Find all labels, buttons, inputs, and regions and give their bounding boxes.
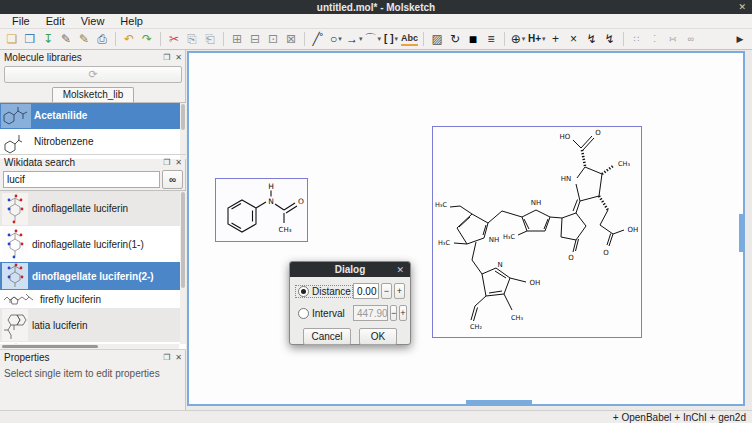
print-icon[interactable]: ⎙ [94, 30, 110, 48]
list-item-label: dinoflagellate luciferin(2-) [32, 271, 154, 282]
molecule-acetanilide[interactable]: H N O CH₃ [215, 178, 308, 246]
delete-tool-icon[interactable]: × [566, 30, 582, 48]
dropdown-arrow-icon[interactable]: ▾ [359, 35, 363, 43]
properties-title: Properties [4, 352, 158, 363]
toolbar-separator [623, 32, 624, 46]
close-panel-icon[interactable]: ✕ [175, 158, 182, 167]
toolbar-separator [115, 32, 116, 46]
dialog-title-bar[interactable]: Dialog ✕ [290, 262, 410, 277]
refresh-libraries-button[interactable]: ⟳ [4, 66, 182, 83]
line-width-icon[interactable]: ≡ [483, 30, 499, 48]
dropdown-arrow-icon[interactable]: ▾ [338, 35, 342, 43]
canvas-vertical-scrollbar[interactable] [739, 214, 743, 252]
interval-increment-button[interactable]: + [399, 305, 406, 321]
tab-molsketch-lib[interactable]: Molsketch_lib [52, 87, 135, 102]
save-icon[interactable]: ↧ [40, 30, 56, 48]
curved-arrow-tool-icon[interactable]: ⌒▾ [365, 30, 382, 48]
canvas-horizontal-scrollbar[interactable] [466, 400, 532, 404]
toolbar-separator [223, 32, 224, 46]
reaction-arrow-tool-icon[interactable]: ↯ [602, 30, 618, 48]
dropdown-arrow-icon[interactable]: ▾ [395, 35, 399, 43]
cancel-button[interactable]: Cancel [303, 328, 351, 345]
list-item-latia-luciferin[interactable]: latia luciferin [0, 308, 186, 342]
atom-label: O [568, 254, 574, 262]
molecule-libraries-panel: Molecule libraries ❐ ✕ ⟳ Molsketch_lib [0, 50, 186, 154]
dialog-close-icon[interactable]: ✕ [396, 265, 404, 275]
list-item-dinoflagellate-luciferin-2[interactable]: dinoflagellate luciferin(2-) [0, 262, 186, 290]
ring-tool-icon[interactable]: ○▾ [328, 30, 344, 48]
main-canvas[interactable]: H N O CH₃ [187, 51, 745, 406]
library-list: Acetanilide Nitrobenzene [0, 102, 186, 159]
interval-radio[interactable] [298, 308, 309, 319]
list-item-firefly-luciferin[interactable]: firefly luciferin [0, 290, 186, 308]
close-panel-icon[interactable]: ✕ [175, 53, 182, 62]
distance-radio[interactable] [298, 286, 309, 297]
draw-tool-icon[interactable]: ╱˚ [310, 30, 326, 48]
menu-file[interactable]: File [4, 14, 38, 29]
zoom-original-icon[interactable]: ⊡ [265, 30, 281, 48]
distribute-tool-icon[interactable]: ∞ [683, 30, 699, 48]
copy-icon[interactable]: ⎘ [184, 30, 200, 48]
distance-decrement-button[interactable]: − [381, 283, 392, 299]
zoom-in-icon[interactable]: ⊞ [229, 30, 245, 48]
zoom-fit-icon[interactable]: ⊠ [283, 30, 299, 48]
search-input[interactable] [3, 171, 160, 188]
molecule-thumbnail [1, 130, 31, 154]
list-item-dinoflagellate-luciferin[interactable]: dinoflagellate luciferin [0, 191, 186, 226]
dropdown-arrow-icon[interactable]: ▾ [542, 35, 546, 43]
atom-label: OH [530, 279, 541, 287]
charge-tool-icon[interactable]: ⊕▾ [510, 30, 526, 48]
menu-view[interactable]: View [73, 14, 113, 29]
new-document-icon[interactable]: ❏ [4, 30, 20, 48]
arrow-tool-icon[interactable]: →▾ [346, 30, 363, 48]
distance-row: Distance 0.00 − + [295, 283, 405, 299]
menu-edit[interactable]: Edit [38, 14, 73, 29]
distance-value-field[interactable]: 0.00 [353, 283, 379, 299]
align-center-tool-icon[interactable]: ⁚ [647, 30, 663, 48]
zoom-out-icon[interactable]: ⊟ [247, 30, 263, 48]
dialog-window[interactable]: Dialog ✕ Distance 0.00 − + Interval 447.… [289, 261, 411, 345]
align-bottom-tool-icon[interactable]: ∷ [629, 30, 645, 48]
interval-value-field[interactable]: 447.90 [353, 305, 388, 321]
open-file-icon[interactable]: ❒ [22, 30, 38, 48]
library-scrollbar[interactable] [180, 103, 186, 159]
undo-icon[interactable]: ↶ [121, 30, 137, 48]
dropdown-arrow-icon[interactable]: ▾ [522, 35, 526, 43]
refresh-icon: ⟳ [88, 68, 97, 81]
list-item-dinoflagellate-luciferin-1[interactable]: dinoflagellate luciferin(1-) [0, 226, 186, 262]
molecule-luciferin[interactable]: HO O CH₃ HN H₃C NH H₃C NH H₃C O OH O N O… [432, 126, 642, 342]
hatch-tool-icon[interactable]: ▨ [429, 30, 445, 48]
list-item-nitrobenzene[interactable]: Nitrobenzene [0, 129, 186, 155]
redo-icon[interactable]: ↷ [139, 30, 155, 48]
float-panel-icon[interactable]: ❐ [163, 53, 170, 62]
distance-increment-button[interactable]: + [394, 283, 405, 299]
color-swatch-icon[interactable]: ■ [465, 30, 481, 48]
paste-icon[interactable]: ⎗ [202, 30, 218, 48]
wikidata-search-title: Wikidata search [4, 157, 158, 168]
float-panel-icon[interactable]: ❐ [163, 353, 170, 362]
menu-help[interactable]: Help [112, 14, 151, 29]
atom-label: H [268, 182, 274, 191]
hydrogen-tool-icon[interactable]: H+▾ [528, 30, 546, 48]
close-panel-icon[interactable]: ✕ [175, 353, 182, 362]
wikidata-scrollbar[interactable] [180, 191, 186, 344]
dropdown-arrow-icon[interactable]: ▾ [378, 35, 382, 43]
list-item-label: dinoflagellate luciferin [32, 203, 128, 214]
search-button[interactable]: ∞ [162, 170, 183, 189]
molecule-thumbnail [2, 228, 28, 260]
window-close-icon[interactable]: ✕ [738, 0, 746, 14]
save-as-icon[interactable]: ✎ [58, 30, 74, 48]
export-icon[interactable]: ✎ [76, 30, 92, 48]
float-panel-icon[interactable]: ❐ [163, 158, 170, 167]
bracket-tool-icon[interactable]: [ ]▾ [383, 30, 399, 48]
rotate-tool-icon[interactable]: ↻ [447, 30, 463, 48]
cut-icon[interactable]: ✂ [166, 30, 182, 48]
mechanism-arrow-tool-icon[interactable]: ↯ [584, 30, 600, 48]
interval-decrement-button[interactable]: − [390, 305, 397, 321]
text-tool-icon[interactable]: Abc [401, 30, 418, 48]
increment-tool-icon[interactable]: + [548, 30, 564, 48]
toolbar-overflow-icon[interactable]: ▶ [732, 30, 748, 48]
list-item-acetanilide[interactable]: Acetanilide [0, 103, 186, 129]
ok-button[interactable]: OK [359, 328, 397, 345]
align-top-tool-icon[interactable]: ∺ [665, 30, 681, 48]
